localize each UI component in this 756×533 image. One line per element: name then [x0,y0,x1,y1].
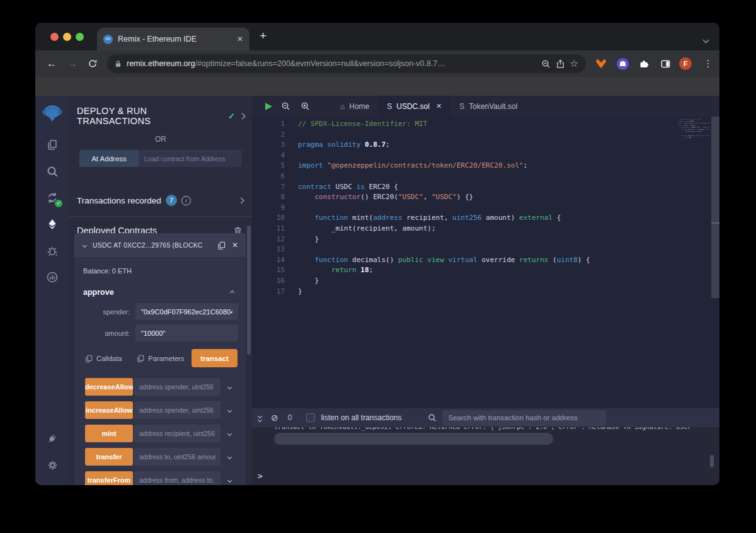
transact-button[interactable]: transact [192,349,238,367]
code-line[interactable]: 8 constructor() ERC20("USDC", "USDC") {} [252,192,719,203]
zoom-out-page-icon[interactable] [541,59,551,69]
function-button-increaseAllow[interactable]: increaseAllow [85,401,133,419]
close-tab-icon[interactable]: ✕ [436,102,442,110]
zoom-window-button[interactable] [76,33,84,41]
expand-args-chevron-icon[interactable] [222,432,237,435]
phantom-extension-icon[interactable] [616,57,629,70]
code-line[interactable]: 9 [252,203,719,214]
calldata-label[interactable]: Calldata [96,355,122,362]
code-line[interactable]: 1// SPDX-License-Identifier: MIT [252,119,719,130]
search-icon[interactable] [41,160,64,183]
tab-search-chevron-icon[interactable] [704,33,708,45]
code-line[interactable]: 2 [252,130,719,140]
zoom-out-editor-icon[interactable] [281,101,290,111]
debugger-icon[interactable] [41,239,64,262]
editor-scrollbar[interactable] [711,117,719,298]
function-args-input[interactable] [134,401,220,419]
function-args-input[interactable] [134,471,220,485]
side-panel-icon[interactable] [659,57,672,70]
code-line[interactable]: 17} [252,287,719,297]
browser-tab[interactable]: Remix - Ethereum IDE ✕ [97,28,249,50]
panel-expand-chevron-icon[interactable] [239,113,246,119]
approve-collapse-chevron-icon[interactable] [230,290,234,294]
tab-home[interactable]: ⌂Home [331,96,378,117]
copy-address-icon[interactable] [217,241,226,249]
function-args-input[interactable] [134,448,220,466]
code-line[interactable]: 3pragma solidity 0.8.7; [252,140,719,151]
extensions-puzzle-icon[interactable] [638,57,650,70]
function-args-input[interactable] [134,378,220,396]
minimize-window-button[interactable] [63,33,71,41]
remix-logo-icon[interactable] [41,102,64,125]
back-button[interactable]: ← [47,58,57,69]
share-icon[interactable] [556,59,565,69]
at-address-button[interactable]: At Address [79,150,139,167]
expand-terminal-icon[interactable] [258,415,261,421]
plugin-manager-icon[interactable] [37,423,69,455]
function-button-decreaseAllow[interactable]: decreaseAllow [85,378,133,396]
code-line[interactable]: 12 } [252,234,719,245]
terminal-search-input[interactable] [442,410,606,426]
terminal-prompt: > [258,471,263,481]
code-line[interactable]: 14 function decimals() public view virtu… [252,255,719,266]
code-line[interactable]: 4 [252,151,719,161]
spender-input[interactable] [135,303,238,320]
static-analysis-icon[interactable] [41,266,64,289]
code-line[interactable]: 7contract USDC is ERC20 { [252,182,719,193]
run-script-play-icon[interactable] [265,103,272,110]
listen-checkbox[interactable] [306,413,315,422]
panel-scrollbar[interactable] [247,226,251,355]
forward-button[interactable]: → [67,58,77,69]
profile-avatar[interactable]: F [679,57,692,70]
file-explorer-icon[interactable] [41,134,64,156]
expand-args-chevron-icon[interactable] [222,409,237,412]
collapse-chevron-icon[interactable] [83,243,87,247]
expand-args-chevron-icon[interactable] [222,456,237,459]
function-button-transferFrom[interactable]: transferFrom [85,471,133,485]
close-window-button[interactable] [50,33,59,41]
tab-tokenvault.sol[interactable]: STokenVault.sol [450,96,526,117]
tab-usdc.sol[interactable]: SUSDC.sol✕ [378,96,450,117]
copy-parameters-icon[interactable] [137,355,144,362]
info-icon[interactable]: i [181,196,191,205]
code-editor[interactable]: 1// SPDX-License-Identifier: MIT23pragma… [252,117,719,408]
metamask-extension-icon[interactable] [595,57,607,70]
terminal-log[interactable]: transact to TokenVault._deposit errored:… [252,427,719,485]
code-line[interactable]: 16 } [252,276,719,287]
close-tab-icon[interactable]: ✕ [237,35,243,43]
minimap[interactable]: // SPDX-License-Identifier: MITpragma so… [678,118,709,142]
code-line[interactable]: 6 [252,171,719,182]
solidity-compiler-icon[interactable]: ✓ [41,186,64,209]
zoom-in-editor-icon[interactable] [301,101,310,111]
remove-contract-icon[interactable]: ✕ [232,241,238,249]
expand-args-chevron-icon[interactable] [222,386,237,389]
function-args-input[interactable] [134,425,220,442]
log-entry-pill[interactable] [274,433,553,445]
deploy-and-run-icon[interactable] [41,213,64,236]
editor-tab-list: ⌂HomeSUSDC.sol✕STokenVault.sol [320,96,526,117]
settings-gear-icon[interactable] [41,454,64,476]
copy-calldata-icon[interactable] [85,355,93,362]
line-number: 7 [252,182,285,193]
at-address-input[interactable] [139,150,242,167]
contract-card-header[interactable]: USDC AT 0XCC2...29765 (BLOCKC ✕ [74,233,246,257]
amount-input[interactable] [135,324,238,341]
reload-button[interactable] [88,59,98,69]
code-line[interactable]: 5import "@openzeppelin/contracts/token/E… [252,161,719,171]
function-button-transfer[interactable]: transfer [85,448,133,466]
expand-args-chevron-icon[interactable] [222,479,237,482]
url-bar[interactable]: remix.ethereum.org/#optimize=false&runs=… [107,54,586,73]
code-line[interactable]: 15 return 18; [252,265,719,276]
terminal-scrollbar[interactable] [710,455,714,467]
parameters-label[interactable]: Parameters [148,355,184,362]
new-tab-button[interactable]: + [260,29,266,43]
code-line[interactable]: 11 _mint(recipient, amount); [252,224,719,234]
code-line[interactable]: 13 [252,244,719,255]
function-button-mint[interactable]: mint [85,425,133,442]
code-line[interactable]: 10 function mint(address recipient, uint… [252,213,719,224]
amount-label: amount: [74,330,135,337]
bookmark-star-icon[interactable]: ☆ [570,58,578,69]
transactions-expand-chevron-icon[interactable] [238,197,244,203]
browser-menu-icon[interactable]: ⋮ [702,57,714,70]
clear-console-icon[interactable]: ⊘ [271,413,278,423]
